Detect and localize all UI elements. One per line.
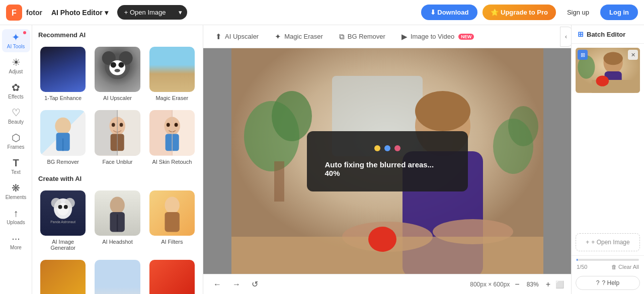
loading-dots (374, 145, 400, 151)
batch-image-item[interactable]: ⊞ ✕ (576, 48, 640, 93)
zoom-in-button[interactable]: + (546, 280, 550, 289)
upgrade-label: ⭐ Upgrade to Pro (491, 9, 548, 16)
svg-point-64 (596, 75, 609, 86)
ai-upscaler-icon: ⬆ (215, 32, 222, 41)
nav-prev-button[interactable]: ← (210, 278, 224, 291)
signup-button[interactable]: Sign up (561, 5, 595, 20)
bg-remover-tab-icon: ⧉ (339, 32, 345, 41)
brand-name: fotor (26, 9, 42, 17)
svg-point-58 (508, 106, 538, 146)
center-area: ⬆ AI Upscaler ✦ Magic Eraser ⧉ BG Remove… (203, 25, 571, 294)
panel-toggle-button[interactable]: ‹ (560, 27, 571, 47)
open-image-main[interactable]: + Open Image (117, 5, 173, 20)
ai-card-magic-eraser[interactable]: Magic Eraser (147, 45, 197, 103)
tab-image-to-video[interactable]: ▶ Image to Video NEW (395, 29, 480, 44)
svg-point-47 (272, 91, 312, 141)
nav-next-button[interactable]: → (229, 278, 244, 291)
magic-eraser-thumb (149, 47, 195, 92)
image-to-video-icon: ▶ (401, 32, 408, 41)
tab-magic-eraser[interactable]: ✦ Magic Eraser (269, 29, 329, 44)
dot-2 (384, 145, 390, 151)
ai-upscaler-tab-label: AI Upscaler (225, 33, 259, 40)
logo-area: F fotor (6, 5, 42, 21)
app-name-button[interactable]: AI Photo Editor ▾ (47, 7, 112, 19)
open-image-dropdown[interactable]: ▾ (174, 5, 187, 20)
login-label: Log in (609, 9, 629, 16)
bg-remover-tab-label: BG Remover (348, 33, 385, 40)
svg-point-61 (603, 52, 622, 65)
loading-status-text: Auto fixing the blurred areas... 40% (325, 160, 450, 177)
ai-tools-grid: 1-Tap Enhance AI Upscaler (38, 45, 197, 167)
download-label: ⬇ Download (430, 9, 469, 16)
dot-3 (394, 145, 400, 151)
loading-overlay: Auto fixing the blurred areas... 40% (307, 131, 468, 191)
batch-layers-icon: ⊞ (578, 50, 588, 60)
fotor-logo: F (6, 5, 22, 21)
dot-1 (374, 145, 380, 151)
signup-label: Sign up (567, 9, 589, 16)
svg-rect-48 (274, 161, 284, 202)
svg-text:F: F (12, 8, 17, 17)
open-image-arrow-icon: ▾ (179, 9, 182, 16)
batch-delete-icon[interactable]: ✕ (628, 50, 638, 60)
svg-point-51 (415, 91, 470, 131)
bottom-bar: ← → ↺ 800px × 600px − 83% + ⬜ (203, 274, 571, 294)
zoom-level: 83% (525, 281, 541, 288)
image-to-video-tab-label: Image to Video (411, 33, 454, 40)
new-badge: NEW (458, 34, 474, 40)
magic-eraser-tab-label: Magic Eraser (284, 33, 323, 40)
tab-ai-upscaler[interactable]: ⬆ AI Upscaler (209, 29, 265, 44)
canvas-area: Auto fixing the blurred areas... 40% (203, 48, 571, 274)
zoom-out-button[interactable]: − (515, 280, 519, 289)
svg-point-56 (368, 227, 396, 252)
app-name-label: AI Photo Editor (51, 9, 103, 17)
open-image-label: + Open Image (124, 9, 166, 16)
upgrade-button[interactable]: ⭐ Upgrade to Pro (482, 5, 556, 20)
resolution-info: 800px × 600px (470, 281, 510, 288)
app-name-chevron: ▾ (105, 9, 108, 17)
open-image-button[interactable]: + Open Image ▾ (117, 5, 187, 20)
magic-eraser-tab-icon: ✦ (275, 32, 281, 41)
topbar: F fotor AI Photo Editor ▾ + Open Image ▾… (0, 0, 644, 25)
tab-bg-remover[interactable]: ⧉ BG Remover (333, 29, 391, 44)
login-button[interactable]: Log in (600, 5, 638, 20)
download-button[interactable]: ⬇ Download (421, 5, 478, 20)
canvas-image: Auto fixing the blurred areas... 40% (231, 48, 543, 274)
toolbar-bar: ⬆ AI Upscaler ✦ Magic Eraser ⧉ BG Remove… (203, 25, 571, 48)
fullscreen-button[interactable]: ⬜ (555, 280, 564, 288)
main-layout: ✦ AI Tools ☀ Adjust ✿ Effects ♡ Beauty ⬡… (0, 25, 644, 294)
nav-refresh-button[interactable]: ↺ (249, 277, 261, 291)
left-panel: Recommend AI 1-Tap Enhance (32, 25, 203, 294)
